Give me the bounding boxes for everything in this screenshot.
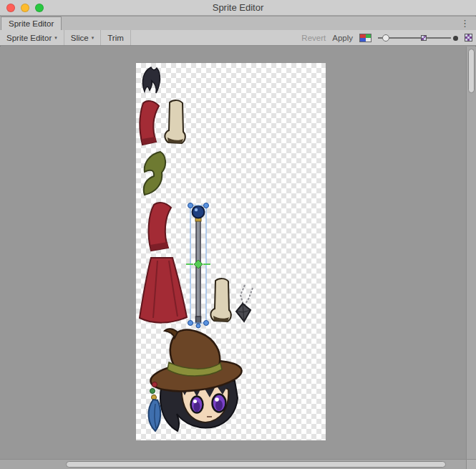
toolbar: Sprite Editor ▾ Slice ▾ Trim Revert Appl… [0, 30, 476, 46]
sprite-editor-window: Sprite Editor Sprite Editor ⋮ Sprite Edi… [0, 0, 476, 469]
toolbar-right-group: Revert Apply [301, 30, 476, 45]
sprite-editor-mode-label: Sprite Editor [6, 34, 52, 42]
sprite-sheet [136, 63, 326, 440]
slice-label: Slice [71, 34, 89, 42]
minimize-button[interactable] [21, 4, 29, 12]
traffic-lights [6, 4, 44, 12]
sprite-editor-mode-dropdown[interactable]: Sprite Editor ▾ [0, 30, 64, 45]
chevron-down-icon: ▾ [54, 35, 57, 41]
bead-red [152, 382, 157, 387]
pivot-diamond [194, 260, 203, 269]
tab-bar: Sprite Editor ⋮ [0, 16, 476, 30]
slider-endcap [453, 36, 458, 41]
vertical-scrollbar-thumb[interactable] [468, 49, 475, 93]
staff-orb [193, 206, 205, 218]
sprite-red-arm[interactable] [140, 101, 159, 145]
selection-handle[interactable] [204, 321, 209, 326]
horizontal-scrollbar[interactable] [0, 459, 466, 469]
selection-handle[interactable] [188, 321, 193, 326]
sprite-pendant[interactable] [236, 285, 253, 321]
texture-checkerboard[interactable] [136, 63, 326, 440]
trim-button[interactable]: Trim [101, 30, 131, 45]
tab-label: Sprite Editor [9, 19, 54, 28]
sprite-boot-right[interactable] [210, 279, 230, 321]
kebab-menu-icon[interactable]: ⋮ [457, 17, 472, 29]
vertical-scrollbar[interactable] [466, 47, 476, 459]
horizontal-scrollbar-thumb[interactable] [66, 461, 446, 468]
selection-handle[interactable] [204, 203, 209, 208]
window-title: Sprite Editor [213, 2, 264, 13]
mip-texture-icon [465, 34, 472, 42]
sprite-green-scarf[interactable] [144, 152, 165, 195]
sprite-hair-tuft[interactable] [142, 67, 160, 93]
trim-label: Trim [107, 34, 124, 42]
revert-button[interactable]: Revert [301, 34, 326, 42]
eye-right [213, 395, 226, 412]
mip-level-slider[interactable] [378, 34, 458, 42]
eye-left [191, 397, 203, 413]
scrollbar-corner [466, 459, 476, 469]
tab-sprite-editor[interactable]: Sprite Editor [1, 16, 62, 30]
chevron-down-icon: ▾ [92, 35, 94, 41]
staff-orb-highlight [195, 208, 198, 211]
bead-green [150, 389, 155, 394]
apply-button[interactable]: Apply [332, 34, 353, 42]
hat-tip [165, 329, 178, 338]
zoom-button[interactable] [35, 4, 44, 12]
sprite-character-head[interactable] [149, 329, 243, 431]
sprite-boot[interactable] [165, 100, 185, 143]
sprite-canvas[interactable] [0, 47, 476, 469]
slider-knob[interactable] [382, 34, 389, 42]
sprite-red-sleeve[interactable] [149, 203, 171, 251]
slice-dropdown[interactable]: Slice ▾ [64, 30, 101, 45]
pendant-chain [241, 285, 253, 306]
close-button[interactable] [6, 4, 15, 12]
mip-checker-icon [421, 35, 427, 41]
staff-tip [196, 316, 201, 323]
titlebar: Sprite Editor [0, 0, 476, 16]
rgb-alpha-toggle-icon[interactable] [359, 34, 371, 42]
selection-handle[interactable] [196, 324, 200, 328]
selection-handle[interactable] [188, 203, 193, 208]
staff-rod [196, 221, 200, 318]
sprite-red-skirt[interactable] [140, 258, 187, 323]
